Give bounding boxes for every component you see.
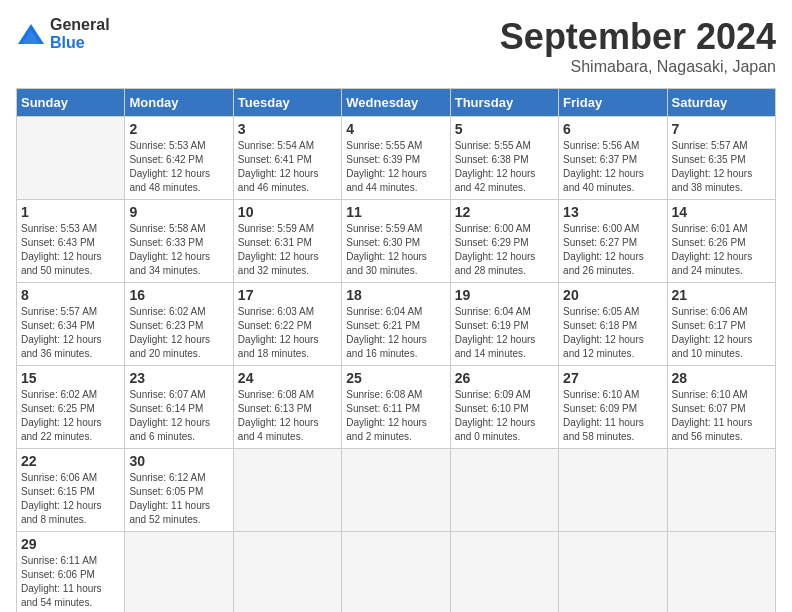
day-number: 19 <box>455 287 554 303</box>
day-info: Sunrise: 6:05 AMSunset: 6:18 PMDaylight:… <box>563 306 644 359</box>
day-info: Sunrise: 5:57 AMSunset: 6:34 PMDaylight:… <box>21 306 102 359</box>
calendar-cell: 21Sunrise: 6:06 AMSunset: 6:17 PMDayligh… <box>667 283 775 366</box>
calendar-cell: 2Sunrise: 5:53 AMSunset: 6:42 PMDaylight… <box>125 117 233 200</box>
calendar-cell: 16Sunrise: 6:02 AMSunset: 6:23 PMDayligh… <box>125 283 233 366</box>
header-saturday: Saturday <box>667 89 775 117</box>
day-info: Sunrise: 6:11 AMSunset: 6:06 PMDaylight:… <box>21 555 102 608</box>
day-info: Sunrise: 5:53 AMSunset: 6:43 PMDaylight:… <box>21 223 102 276</box>
calendar-cell <box>17 117 125 200</box>
day-info: Sunrise: 6:09 AMSunset: 6:10 PMDaylight:… <box>455 389 536 442</box>
calendar-cell: 7Sunrise: 5:57 AMSunset: 6:35 PMDaylight… <box>667 117 775 200</box>
day-info: Sunrise: 6:12 AMSunset: 6:05 PMDaylight:… <box>129 472 210 525</box>
calendar-row: 29Sunrise: 6:11 AMSunset: 6:06 PMDayligh… <box>17 532 776 613</box>
calendar-cell: 3Sunrise: 5:54 AMSunset: 6:41 PMDaylight… <box>233 117 341 200</box>
header-wednesday: Wednesday <box>342 89 450 117</box>
day-number: 10 <box>238 204 337 220</box>
day-info: Sunrise: 6:10 AMSunset: 6:07 PMDaylight:… <box>672 389 753 442</box>
day-info: Sunrise: 6:04 AMSunset: 6:21 PMDaylight:… <box>346 306 427 359</box>
calendar-cell: 6Sunrise: 5:56 AMSunset: 6:37 PMDaylight… <box>559 117 667 200</box>
calendar-cell: 11Sunrise: 5:59 AMSunset: 6:30 PMDayligh… <box>342 200 450 283</box>
day-number: 29 <box>21 536 120 552</box>
calendar-cell: 8Sunrise: 5:57 AMSunset: 6:34 PMDaylight… <box>17 283 125 366</box>
day-number: 25 <box>346 370 445 386</box>
day-info: Sunrise: 5:56 AMSunset: 6:37 PMDaylight:… <box>563 140 644 193</box>
calendar-cell <box>559 449 667 532</box>
header-monday: Monday <box>125 89 233 117</box>
day-number: 6 <box>563 121 662 137</box>
header-thursday: Thursday <box>450 89 558 117</box>
page-header: General Blue September 2024 Shimabara, N… <box>16 16 776 76</box>
day-number: 3 <box>238 121 337 137</box>
calendar-cell: 30Sunrise: 6:12 AMSunset: 6:05 PMDayligh… <box>125 449 233 532</box>
day-info: Sunrise: 6:04 AMSunset: 6:19 PMDaylight:… <box>455 306 536 359</box>
calendar-cell: 10Sunrise: 5:59 AMSunset: 6:31 PMDayligh… <box>233 200 341 283</box>
calendar-cell: 24Sunrise: 6:08 AMSunset: 6:13 PMDayligh… <box>233 366 341 449</box>
day-info: Sunrise: 5:53 AMSunset: 6:42 PMDaylight:… <box>129 140 210 193</box>
calendar-cell: 18Sunrise: 6:04 AMSunset: 6:21 PMDayligh… <box>342 283 450 366</box>
day-info: Sunrise: 6:08 AMSunset: 6:11 PMDaylight:… <box>346 389 427 442</box>
calendar-row: 8Sunrise: 5:57 AMSunset: 6:34 PMDaylight… <box>17 283 776 366</box>
day-number: 13 <box>563 204 662 220</box>
calendar-row: 2Sunrise: 5:53 AMSunset: 6:42 PMDaylight… <box>17 117 776 200</box>
day-number: 27 <box>563 370 662 386</box>
calendar-cell: 14Sunrise: 6:01 AMSunset: 6:26 PMDayligh… <box>667 200 775 283</box>
day-number: 21 <box>672 287 771 303</box>
location-subtitle: Shimabara, Nagasaki, Japan <box>500 58 776 76</box>
calendar-cell: 23Sunrise: 6:07 AMSunset: 6:14 PMDayligh… <box>125 366 233 449</box>
day-info: Sunrise: 5:55 AMSunset: 6:38 PMDaylight:… <box>455 140 536 193</box>
day-number: 8 <box>21 287 120 303</box>
calendar-cell <box>667 449 775 532</box>
day-number: 14 <box>672 204 771 220</box>
calendar-cell <box>233 449 341 532</box>
day-number: 20 <box>563 287 662 303</box>
day-number: 17 <box>238 287 337 303</box>
day-info: Sunrise: 6:03 AMSunset: 6:22 PMDaylight:… <box>238 306 319 359</box>
day-info: Sunrise: 5:59 AMSunset: 6:30 PMDaylight:… <box>346 223 427 276</box>
calendar-cell: 9Sunrise: 5:58 AMSunset: 6:33 PMDaylight… <box>125 200 233 283</box>
calendar-cell: 4Sunrise: 5:55 AMSunset: 6:39 PMDaylight… <box>342 117 450 200</box>
calendar-cell: 19Sunrise: 6:04 AMSunset: 6:19 PMDayligh… <box>450 283 558 366</box>
day-number: 15 <box>21 370 120 386</box>
day-number: 12 <box>455 204 554 220</box>
day-number: 7 <box>672 121 771 137</box>
calendar-cell: 13Sunrise: 6:00 AMSunset: 6:27 PMDayligh… <box>559 200 667 283</box>
day-info: Sunrise: 6:08 AMSunset: 6:13 PMDaylight:… <box>238 389 319 442</box>
calendar-cell: 26Sunrise: 6:09 AMSunset: 6:10 PMDayligh… <box>450 366 558 449</box>
day-number: 1 <box>21 204 120 220</box>
day-info: Sunrise: 5:54 AMSunset: 6:41 PMDaylight:… <box>238 140 319 193</box>
calendar-row: 1Sunrise: 5:53 AMSunset: 6:43 PMDaylight… <box>17 200 776 283</box>
calendar-cell: 27Sunrise: 6:10 AMSunset: 6:09 PMDayligh… <box>559 366 667 449</box>
calendar-cell <box>559 532 667 613</box>
day-number: 11 <box>346 204 445 220</box>
day-info: Sunrise: 6:02 AMSunset: 6:23 PMDaylight:… <box>129 306 210 359</box>
day-info: Sunrise: 6:07 AMSunset: 6:14 PMDaylight:… <box>129 389 210 442</box>
calendar-cell: 29Sunrise: 6:11 AMSunset: 6:06 PMDayligh… <box>17 532 125 613</box>
day-info: Sunrise: 6:00 AMSunset: 6:27 PMDaylight:… <box>563 223 644 276</box>
day-number: 22 <box>21 453 120 469</box>
day-info: Sunrise: 5:55 AMSunset: 6:39 PMDaylight:… <box>346 140 427 193</box>
day-info: Sunrise: 6:06 AMSunset: 6:17 PMDaylight:… <box>672 306 753 359</box>
day-info: Sunrise: 6:06 AMSunset: 6:15 PMDaylight:… <box>21 472 102 525</box>
calendar-cell: 17Sunrise: 6:03 AMSunset: 6:22 PMDayligh… <box>233 283 341 366</box>
calendar-cell: 22Sunrise: 6:06 AMSunset: 6:15 PMDayligh… <box>17 449 125 532</box>
calendar-cell: 12Sunrise: 6:00 AMSunset: 6:29 PMDayligh… <box>450 200 558 283</box>
calendar-cell: 25Sunrise: 6:08 AMSunset: 6:11 PMDayligh… <box>342 366 450 449</box>
calendar-cell: 20Sunrise: 6:05 AMSunset: 6:18 PMDayligh… <box>559 283 667 366</box>
calendar-cell <box>667 532 775 613</box>
day-number: 30 <box>129 453 228 469</box>
calendar-cell: 5Sunrise: 5:55 AMSunset: 6:38 PMDaylight… <box>450 117 558 200</box>
header-tuesday: Tuesday <box>233 89 341 117</box>
calendar-cell <box>342 449 450 532</box>
day-number: 9 <box>129 204 228 220</box>
calendar-cell <box>450 449 558 532</box>
day-number: 26 <box>455 370 554 386</box>
day-number: 5 <box>455 121 554 137</box>
logo: General Blue <box>16 16 110 52</box>
calendar-cell <box>342 532 450 613</box>
day-info: Sunrise: 6:00 AMSunset: 6:29 PMDaylight:… <box>455 223 536 276</box>
header-friday: Friday <box>559 89 667 117</box>
day-number: 28 <box>672 370 771 386</box>
day-number: 23 <box>129 370 228 386</box>
day-number: 4 <box>346 121 445 137</box>
calendar-table: Sunday Monday Tuesday Wednesday Thursday… <box>16 88 776 612</box>
